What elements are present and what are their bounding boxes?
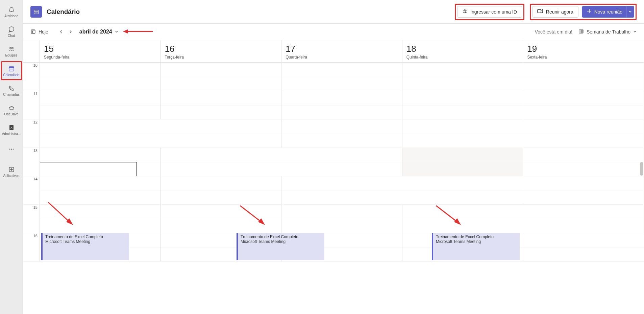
svg-point-11: [11, 149, 12, 150]
chevron-down-icon: [633, 29, 637, 35]
day-header[interactable]: 16Terça-feira: [161, 40, 282, 62]
time-slot[interactable]: [523, 119, 644, 148]
time-slot[interactable]: [281, 91, 402, 119]
time-slot[interactable]: [523, 63, 644, 91]
time-slot[interactable]: [40, 63, 161, 91]
next-week-button[interactable]: [66, 27, 75, 37]
time-slot[interactable]: [402, 91, 523, 119]
rail-item-chat[interactable]: Chat: [1, 22, 22, 41]
cloud-icon: [7, 104, 16, 112]
rail-item-calls[interactable]: Chamadas: [1, 81, 22, 100]
rail-label: Aplicativos: [3, 174, 20, 178]
main-area: Calendário Ingressar com uma ID Reunir a…: [23, 0, 644, 314]
calendar-event[interactable]: Treinamento de Excel Completo Microsoft …: [432, 233, 520, 260]
status-text: Você está em dia!: [535, 29, 572, 35]
prev-week-button[interactable]: [56, 27, 66, 37]
time-slot[interactable]: [40, 205, 161, 233]
time-slot[interactable]: [281, 205, 402, 233]
rail-label: Administra...: [2, 132, 21, 136]
month-label: abril de 2024: [79, 29, 112, 35]
rail-label: Equipes: [5, 54, 17, 57]
time-label: 14: [23, 176, 40, 205]
new-meeting-label: Nova reunião: [594, 9, 622, 15]
svg-marker-22: [123, 29, 128, 33]
rail-item-apps[interactable]: Aplicativos: [1, 162, 22, 181]
time-slot[interactable]: [281, 119, 402, 148]
today-button[interactable]: Hoje: [30, 29, 48, 35]
time-slot[interactable]: [161, 119, 282, 148]
rail-item-calendar[interactable]: Calendário: [1, 61, 22, 80]
top-bar: Calendário Ingressar com uma ID Reunir a…: [23, 0, 644, 24]
time-label: 10: [23, 63, 40, 91]
time-slot[interactable]: [161, 63, 282, 91]
svg-rect-6: [11, 69, 12, 69]
time-slot[interactable]: [523, 233, 644, 262]
time-label: 16: [23, 233, 40, 262]
rail-item-activity[interactable]: Atividade: [1, 2, 22, 21]
chevron-down-icon: [628, 9, 632, 15]
time-slot[interactable]: [402, 63, 523, 91]
view-selector[interactable]: Semana de Trabalho: [578, 29, 637, 35]
day-header-row: 15Segunda-feira 16Terça-feira 17Quarta-f…: [23, 40, 644, 63]
day-header[interactable]: 18Quinta-feira: [402, 40, 523, 62]
new-meeting-dropdown[interactable]: [626, 6, 634, 18]
time-slot[interactable]: [402, 205, 523, 233]
time-slot[interactable]: [523, 148, 644, 176]
day-header[interactable]: 19Sexta-feira: [523, 40, 644, 62]
join-with-id-label: Ingressar com uma ID: [470, 9, 517, 15]
join-with-id-button[interactable]: Ingressar com uma ID: [457, 6, 522, 18]
rail-label: Chamadas: [3, 93, 19, 96]
time-slot[interactable]: [281, 63, 402, 91]
time-label: 15: [23, 205, 40, 233]
time-slot[interactable]: [281, 176, 402, 205]
phone-icon: [7, 84, 16, 92]
rail-label: Calendário: [3, 73, 19, 77]
month-picker[interactable]: abril de 2024: [79, 29, 118, 35]
svg-rect-15: [35, 12, 35, 13]
time-slot[interactable]: [523, 205, 644, 233]
hash-icon: [462, 8, 468, 15]
time-slot[interactable]: [161, 91, 282, 119]
meet-now-button[interactable]: Reunir agora: [532, 6, 578, 18]
time-slot[interactable]: [402, 148, 523, 176]
time-label: 13: [23, 148, 40, 176]
time-slot[interactable]: [161, 148, 282, 176]
rail-item-onedrive[interactable]: OneDrive: [1, 100, 22, 119]
rail-label: OneDrive: [4, 113, 18, 116]
time-label: 11: [23, 91, 40, 119]
chevron-down-icon: [115, 29, 118, 35]
rail-item-admin[interactable]: A Administra...: [1, 120, 22, 139]
calendar-event[interactable]: Treinamento de Excel Completo Microsoft …: [237, 233, 324, 260]
svg-rect-7: [12, 69, 13, 69]
time-slot[interactable]: [402, 119, 523, 148]
new-meeting-button[interactable]: Nova reunião: [582, 6, 627, 18]
rail-item-teams[interactable]: Equipes: [1, 42, 22, 61]
left-rail: Atividade Chat Equipes Calendário Chamad…: [0, 0, 23, 314]
time-slot[interactable]: [161, 176, 282, 205]
more-icon: [7, 145, 16, 153]
time-slot[interactable]: [523, 176, 644, 205]
time-label: 12: [23, 119, 40, 148]
rail-label: Atividade: [4, 15, 18, 18]
time-slot[interactable]: [402, 176, 523, 205]
svg-rect-17: [37, 12, 38, 13]
time-slot[interactable]: [161, 205, 282, 233]
time-slot[interactable]: [40, 176, 161, 205]
time-slot[interactable]: [40, 119, 161, 148]
svg-rect-20: [32, 31, 33, 32]
day-header[interactable]: 17Quarta-feira: [281, 40, 402, 62]
view-label: Semana de Trabalho: [587, 29, 630, 35]
grid-body[interactable]: 10111213141516 Treinamento de Excel Comp…: [23, 63, 644, 314]
annotation-arrow-icon: [123, 29, 153, 35]
time-slot[interactable]: [281, 148, 402, 176]
video-icon: [537, 8, 543, 15]
time-slot[interactable]: [40, 148, 161, 176]
plus-icon: [587, 9, 592, 15]
time-slot[interactable]: [40, 91, 161, 119]
svg-rect-4: [9, 67, 14, 68]
rail-item-more[interactable]: [1, 140, 22, 159]
time-slot[interactable]: [523, 91, 644, 119]
day-header[interactable]: 15Segunda-feira: [40, 40, 161, 62]
calendar-event[interactable]: Treinamento de Excel Completo Microsoft …: [41, 233, 129, 260]
scrollbar-thumb[interactable]: [640, 162, 643, 176]
